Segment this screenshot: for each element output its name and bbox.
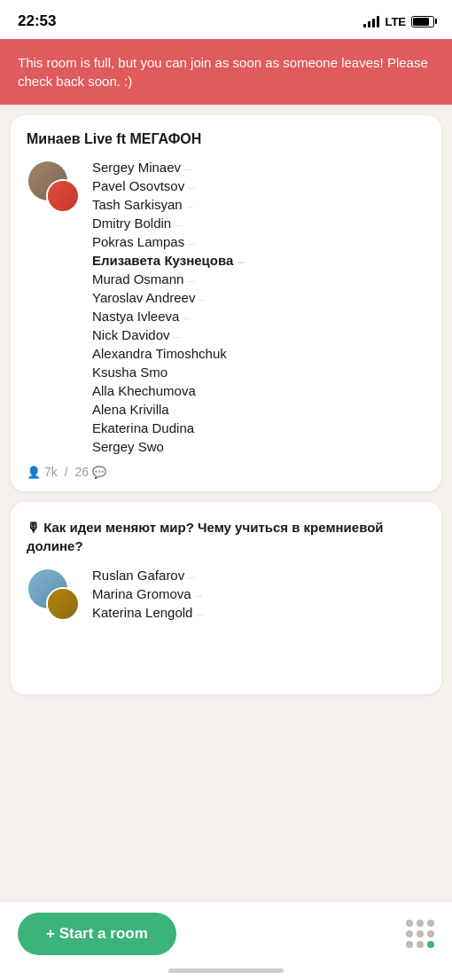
mic-icon bbox=[184, 161, 199, 175]
dot bbox=[417, 941, 424, 948]
dot bbox=[427, 920, 434, 927]
list-item: Katerina Lengold bbox=[92, 605, 425, 620]
dot bbox=[417, 930, 424, 937]
speaker-name: Nick Davidov bbox=[92, 327, 170, 342]
alert-banner: This room is full, but you can join as s… bbox=[0, 39, 452, 105]
first-room-speakers-list: Sergey Minaev Pavel Osovtsov Tash Sarkis… bbox=[92, 160, 425, 458]
speaker-name: Alla Khechumova bbox=[92, 383, 196, 398]
mic-icon bbox=[174, 328, 188, 342]
listener-count: 7k bbox=[44, 465, 58, 479]
dot bbox=[427, 930, 434, 937]
speaker-name: Ksusha Smo bbox=[92, 365, 168, 380]
network-label: LTE bbox=[385, 15, 406, 28]
status-time: 22:53 bbox=[18, 12, 56, 30]
avatar-secondary bbox=[46, 179, 80, 213]
list-item: Alena Krivilla bbox=[92, 402, 425, 417]
alert-text: This room is full, but you can join as s… bbox=[18, 55, 428, 89]
speaker-name: Dmitry Boldin bbox=[92, 216, 171, 231]
speaker-name: Katerina Lengold bbox=[92, 605, 192, 620]
dot bbox=[406, 930, 413, 937]
list-item: Marina Gromova bbox=[92, 586, 425, 601]
speaker-name: Alexandra Timoshchuk bbox=[92, 346, 227, 361]
battery-icon bbox=[411, 16, 434, 27]
microphone-emoji: 🎙 bbox=[27, 520, 40, 535]
speaker-name: Murad Osmann bbox=[92, 271, 183, 286]
stats-separator: / bbox=[61, 465, 72, 479]
speaker-name: Sergey Swo bbox=[92, 439, 164, 454]
status-icons: LTE bbox=[363, 15, 434, 28]
start-room-button[interactable]: + Start a room bbox=[18, 913, 176, 955]
list-item: Yaroslav Andreev bbox=[92, 290, 425, 305]
speaker-name: Nastya Ivleeva bbox=[92, 309, 179, 324]
mic-icon bbox=[183, 310, 197, 324]
list-item: Pokras Lampas bbox=[92, 234, 425, 249]
comment-count: 26 bbox=[74, 465, 89, 479]
list-item: Sergey Minaev bbox=[92, 160, 425, 175]
list-item: Tash Sarkisyan bbox=[92, 197, 425, 212]
list-item: Sergey Swo bbox=[92, 439, 425, 454]
speaker-name: Yaroslav Andreev bbox=[92, 290, 195, 305]
start-room-label: + Start a room bbox=[46, 925, 148, 943]
listeners-icon: 👤 bbox=[27, 466, 41, 479]
speaker-name: Sergey Minaev bbox=[92, 160, 181, 175]
first-room-card[interactable]: Минаев Live ft МЕГАФОН Sergey Minaev Pav… bbox=[11, 115, 441, 491]
mic-icon bbox=[196, 606, 210, 620]
speaker-name: Marina Gromova bbox=[92, 586, 191, 601]
list-item: Nastya Ivleeva bbox=[92, 309, 425, 324]
comment-icon: 💬 bbox=[92, 466, 106, 479]
mic-icon bbox=[195, 587, 209, 601]
dot-active bbox=[427, 941, 434, 948]
second-room-speakers-list: Ruslan Gafarov Marina Gromova Katerina L… bbox=[92, 568, 425, 623]
mic-icon bbox=[237, 254, 251, 268]
second-room-avatars bbox=[27, 568, 80, 621]
list-item: Ksusha Smo bbox=[92, 365, 425, 380]
room-stats: 👤 7k / 26 💬 bbox=[27, 465, 425, 479]
dot bbox=[406, 941, 413, 948]
mic-icon bbox=[188, 568, 202, 583]
speaker-name: Pavel Osovtsov bbox=[92, 178, 184, 193]
first-room-avatars bbox=[27, 160, 80, 213]
list-item: Pavel Osovtsov bbox=[92, 178, 425, 193]
avatar-secondary-2 bbox=[46, 587, 80, 621]
second-room-card[interactable]: 🎙 Как идеи меняют мир? Чему учиться в кр… bbox=[11, 502, 441, 694]
mic-icon bbox=[175, 216, 189, 231]
speaker-name: Pokras Lampas bbox=[92, 234, 184, 249]
list-item: Ekaterina Dudina bbox=[92, 420, 425, 435]
mic-icon bbox=[188, 179, 202, 193]
dot bbox=[406, 920, 413, 927]
speaker-name: Ruslan Gafarov bbox=[92, 568, 184, 583]
second-room-header: Ruslan Gafarov Marina Gromova Katerina L… bbox=[27, 568, 425, 623]
dot bbox=[417, 920, 424, 927]
first-room-title: Минаев Live ft МЕГАФОН bbox=[27, 131, 425, 147]
list-item: Alla Khechumova bbox=[92, 383, 425, 398]
second-room-title: 🎙 Как идеи меняют мир? Чему учиться в кр… bbox=[27, 518, 425, 555]
list-item: Елизавета Кузнецова bbox=[92, 253, 425, 268]
speaker-name: Tash Sarkisyan bbox=[92, 197, 183, 212]
list-item: Murad Osmann bbox=[92, 271, 425, 286]
grid-menu-icon[interactable] bbox=[406, 920, 434, 948]
mic-icon bbox=[188, 235, 202, 249]
list-item: Ruslan Gafarov bbox=[92, 568, 425, 583]
speaker-name: Ekaterina Dudina bbox=[92, 420, 194, 435]
list-item: Alexandra Timoshchuk bbox=[92, 346, 425, 361]
mic-icon bbox=[186, 198, 200, 212]
home-indicator bbox=[168, 968, 284, 973]
status-bar: 22:53 LTE bbox=[0, 0, 452, 39]
mic-icon bbox=[199, 291, 213, 305]
mic-icon bbox=[187, 272, 201, 286]
speaker-name: Елизавета Кузнецова bbox=[92, 253, 233, 268]
signal-icon bbox=[363, 15, 379, 27]
list-item: Nick Davidov bbox=[92, 327, 425, 342]
list-item: Dmitry Boldin bbox=[92, 216, 425, 231]
first-room-header: Sergey Minaev Pavel Osovtsov Tash Sarkis… bbox=[27, 160, 425, 458]
speaker-name: Alena Krivilla bbox=[92, 402, 169, 417]
